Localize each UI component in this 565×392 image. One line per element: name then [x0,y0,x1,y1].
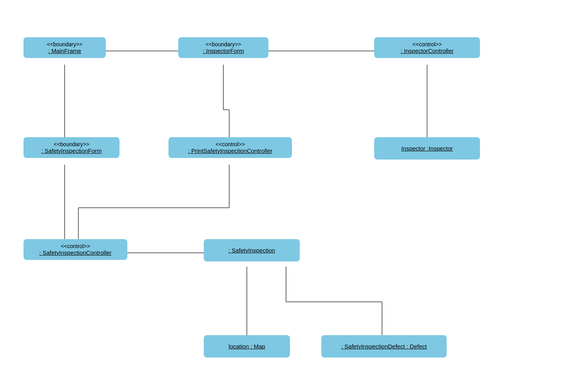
node-main-frame: <<boundary>> : MainFrame [24,37,106,58]
node-safety-inspection-form-stereotype: <<boundary>> [30,141,113,147]
node-inspector-form-stereotype: <<boundary>> [185,41,262,47]
node-location-map-name: location : Map [210,343,284,350]
node-inspector-controller-stereotype: <<control>> [380,41,474,47]
node-safety-inspection-defect: : SafetyInspectionDefect : Defect [321,335,447,358]
node-main-frame-stereotype: <<boundary>> [30,41,100,47]
node-print-safety-inspection-controller: <<control>> : PrintSafetyInspectionContr… [168,137,292,158]
node-inspector-form: <<boundary>> : InspectorForm [178,37,268,58]
node-safety-inspection-defect-name: : SafetyInspectionDefect : Defect [328,343,440,350]
node-safety-inspection-name: : SafetyInspection [210,247,293,254]
node-inspector-form-name: : InspectorForm [185,47,262,54]
node-sic-name: : SafetyInspectionController [30,249,121,256]
node-location-map: location : Map [204,335,290,358]
node-inspector-inspector: Inspector :Inspector [374,137,480,160]
node-inspector-controller: <<control>> : InspectorController [374,37,480,58]
connection-lines [0,0,565,392]
diagram-container: <<boundary>> : MainFrame <<boundary>> : … [0,0,565,392]
node-safety-inspection-controller: <<control>> : SafetyInspectionController [24,239,127,260]
node-inspector-controller-name: : InspectorController [380,47,474,54]
node-inspector-inspector-name: Inspector :Inspector [380,145,474,152]
node-main-frame-name: : MainFrame [30,47,100,54]
node-safety-inspection-form: <<boundary>> : SafetyInspectionForm [24,137,120,158]
node-safety-inspection: : SafetyInspection [204,239,300,261]
node-safety-inspection-form-name: : SafetyInspectionForm [30,147,113,154]
node-sic-stereotype: <<control>> [30,243,121,249]
node-print-sic-stereotype: <<control>> [175,141,286,147]
node-print-sic-name: : PrintSafetyInspectionController [175,147,286,154]
